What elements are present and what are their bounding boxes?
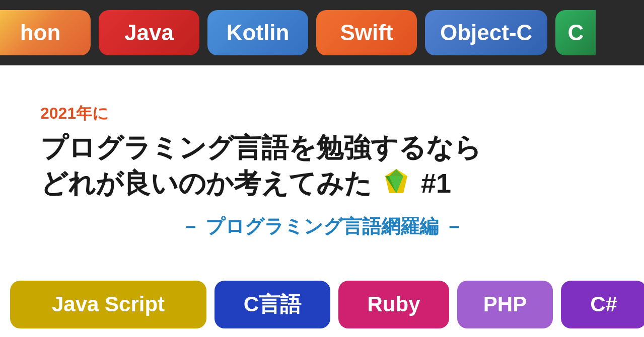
lang-label-python: hon [20, 20, 61, 45]
lang-label-java: Java [124, 20, 174, 45]
lang-pill-java[interactable]: Java [99, 10, 199, 55]
title-line-2: どれが良いのか考えてみた [40, 168, 372, 198]
top-nav-bar: hon Java Kotlin Swift Object-C C [0, 0, 644, 65]
lang-pill-javascript[interactable]: Java Script [10, 281, 206, 328]
subtitle: － プログラミング言語網羅編 － [40, 214, 604, 239]
lang-pill-python[interactable]: hon [0, 10, 91, 55]
lang-label-swift: Swift [340, 20, 393, 45]
hash-tag: #1 [421, 168, 451, 198]
lang-pill-c-partial[interactable]: C [555, 10, 596, 55]
bottom-nav-bar: Java Script C言語 Ruby PHP C# [0, 272, 644, 337]
lang-pill-kotlin[interactable]: Kotlin [207, 10, 308, 55]
lang-pill-csharp[interactable]: C# [561, 281, 644, 328]
lang-pill-clang[interactable]: C言語 [214, 281, 330, 328]
lang-label-php: PHP [483, 292, 527, 316]
main-title: プログラミング言語を勉強するなら どれが良いのか考えてみた #1 [40, 130, 604, 203]
lang-pill-swift[interactable]: Swift [316, 10, 417, 55]
lang-label-javascript: Java Script [52, 292, 165, 316]
lang-label-clang: C言語 [244, 290, 301, 318]
year-label: 2021年に [40, 103, 604, 125]
lang-label-ruby: Ruby [368, 292, 420, 316]
title-line-1: プログラミング言語を勉強するなら [40, 132, 481, 162]
lang-label-objectc: Object-C [440, 20, 532, 45]
gem-icon [382, 167, 410, 203]
lang-label-csharp: C# [590, 292, 617, 316]
lang-pill-objectc[interactable]: Object-C [425, 10, 547, 55]
main-content: 2021年に プログラミング言語を勉強するなら どれが良いのか考えてみた #1 … [0, 65, 644, 272]
lang-pill-ruby[interactable]: Ruby [338, 281, 449, 328]
lang-label-c-partial: C [567, 20, 584, 45]
lang-label-kotlin: Kotlin [227, 20, 290, 45]
lang-pill-php[interactable]: PHP [457, 281, 553, 328]
